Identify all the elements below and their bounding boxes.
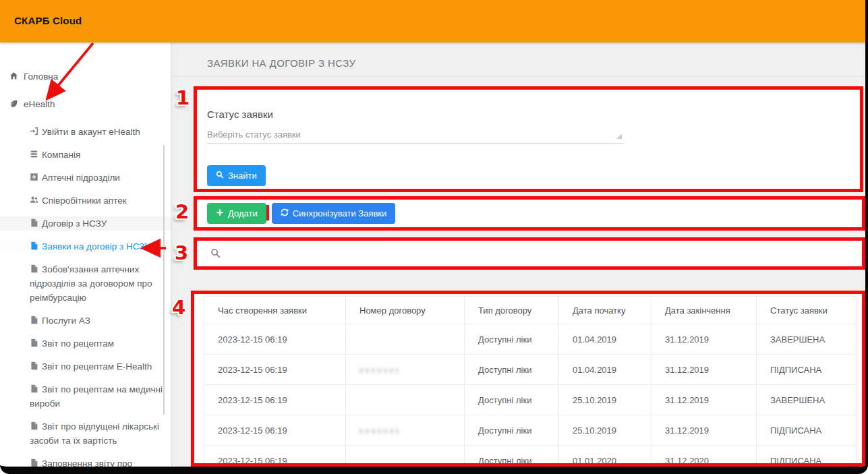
- file-icon: [30, 338, 38, 347]
- file-icon: [30, 421, 38, 430]
- column-header: Час створення заявки: [204, 297, 346, 324]
- column-header: Тип договору: [465, 297, 559, 324]
- file-icon: [30, 361, 38, 370]
- users-icon: [30, 196, 38, 204]
- column-header: Дата початку: [559, 297, 652, 324]
- annotation-number-4: 4: [172, 296, 185, 319]
- sidebar-item-pharmacy-staff[interactable]: Співробітники аптек: [0, 194, 171, 208]
- sidebar-item-nszu-contract[interactable]: Договір з НСЗУ: [0, 216, 171, 231]
- cell: 2023-12-15 06:19: [204, 385, 346, 415]
- column-header: Дата закінчення: [652, 297, 757, 324]
- cell: [346, 415, 465, 446]
- page-title: ЗАЯВКИ НА ДОГОВІР З НСЗУ: [207, 57, 355, 69]
- cell: 2023-12-15 06:19: [204, 355, 346, 385]
- add-button[interactable]: Додати: [207, 203, 266, 224]
- sign-in-icon: [30, 127, 38, 136]
- annotation-number-3: 3: [175, 241, 188, 264]
- app-title: СКАРБ Cloud: [14, 15, 82, 26]
- sidebar-item-fill-dispensed-drugs-report[interactable]: Заповнення звіту про відпущені лікарські…: [0, 456, 171, 467]
- actions-panel: Додати Синхронізувати Заявки: [194, 196, 865, 231]
- redacted-value: [359, 368, 399, 373]
- cell: 2023-12-15 06:19: [204, 415, 346, 446]
- redacted-value: [359, 429, 399, 434]
- leaf-icon: [9, 99, 19, 108]
- cell: ЗАВЕРШЕНА: [757, 385, 857, 415]
- app-header: СКАРБ Cloud: [0, 0, 865, 42]
- file-icon: [30, 264, 38, 273]
- cell: Доступні ліки: [465, 385, 559, 415]
- cell: 2023-12-15 06:19: [204, 324, 346, 355]
- sidebar-item-ehealth[interactable]: eHealth: [0, 97, 171, 111]
- content-divider: [171, 76, 865, 77]
- cell: 25.10.2019: [559, 415, 652, 446]
- cell: 01.04.2019: [559, 324, 652, 355]
- sidebar-item-recipe-report-ehealth[interactable]: Звіт по рецептам E-Health: [0, 359, 171, 374]
- table-row[interactable]: 2023-12-15 06:19Доступні ліки25.10.20193…: [204, 415, 857, 446]
- sidebar-item-company[interactable]: Компанія: [0, 148, 171, 162]
- sync-button[interactable]: Синхронізувати Заявки: [272, 203, 396, 224]
- sidebar-item-recipe-report-medical-products[interactable]: Звіт по рецептам на медичні вироби: [0, 382, 171, 411]
- cell: [346, 446, 465, 467]
- cell: ПІДПИСАНА: [757, 415, 857, 446]
- cell: [346, 324, 465, 355]
- sidebar-item-az-services[interactable]: Послуги АЗ: [0, 314, 171, 328]
- file-icon: [30, 316, 38, 324]
- home-icon: [9, 71, 19, 80]
- plus-square-icon: [30, 173, 38, 181]
- cell: 31.12.2019: [652, 385, 757, 415]
- file-icon: [30, 458, 38, 467]
- app-window: СКАРБ Cloud Головна eHealth Увійти в ака…: [0, 0, 868, 474]
- requests-table: Час створення заявкиНомер договоруТип до…: [204, 296, 857, 467]
- cell: ПІДПИСАНА: [757, 355, 857, 385]
- status-select[interactable]: Виберіть статус заявки: [207, 127, 624, 144]
- filter-panel: Статус заявки Виберіть статус заявки Зна…: [194, 86, 863, 192]
- table-row[interactable]: 2023-12-15 06:19Доступні ліки01.04.20193…: [204, 355, 857, 385]
- file-icon: [30, 241, 38, 250]
- sidebar-item-nszu-contract-requests[interactable]: Заявки на договір з НСЗУ: [0, 239, 171, 254]
- table-row[interactable]: 2023-12-15 06:19Доступні ліки01.04.20193…: [204, 324, 857, 355]
- status-select-placeholder: Виберіть статус заявки: [207, 129, 301, 140]
- cell: Доступні ліки: [465, 324, 559, 355]
- requests-table-panel: Час створення заявкиНомер договоруТип до…: [191, 291, 865, 467]
- sidebar-item-dispensed-drugs-report[interactable]: Звіт про відпущені лікарські засоби та ї…: [0, 419, 171, 448]
- search-panel: [194, 237, 865, 270]
- cell: Доступні ліки: [465, 355, 559, 385]
- search-icon: [216, 171, 224, 181]
- cell: 31.12.2019: [652, 355, 757, 385]
- cell: 2023-12-15 06:19: [204, 446, 346, 467]
- resize-handle-icon: [616, 134, 622, 139]
- cell: 31.12.2019: [652, 415, 757, 446]
- column-header: Номер договору: [346, 297, 465, 324]
- sidebar-item-ehealth-login[interactable]: Увійти в акаунт eHealth: [0, 125, 171, 139]
- table-header-row: Час створення заявкиНомер договоруТип до…: [204, 297, 857, 324]
- sidebar-item-reimbursement-obligations[interactable]: Зобов'язання аптечних підрозділів за дог…: [0, 262, 171, 305]
- sidebar-item-recipe-report[interactable]: Звіт по рецептам: [0, 336, 171, 351]
- cell: Доступні ліки: [465, 446, 559, 467]
- cell: 01.01.2020: [559, 446, 652, 467]
- cell: 01.04.2019: [559, 355, 652, 385]
- cell: ЗАВЕРШЕНА: [757, 324, 857, 355]
- cell: [346, 355, 465, 385]
- sidebar-nav: Головна eHealth Увійти в акаунт eHealth …: [0, 69, 171, 467]
- sidebar-item-pharmacy-units[interactable]: Аптечні підрозділи: [0, 171, 171, 185]
- table-row[interactable]: 2023-12-15 06:19Доступні ліки25.10.20193…: [204, 385, 857, 415]
- cell: [346, 385, 465, 415]
- sidebar-scrollbar[interactable]: [163, 145, 165, 415]
- find-button[interactable]: Знайти: [207, 165, 266, 186]
- search-icon: [210, 248, 221, 258]
- cell: ПІДПИСАНА: [757, 446, 857, 467]
- table-row[interactable]: 2023-12-15 06:19Доступні ліки01.01.20203…: [204, 446, 857, 467]
- file-icon: [30, 218, 38, 227]
- cell: Доступні ліки: [465, 415, 559, 446]
- file-icon: [30, 384, 38, 393]
- table-search-input[interactable]: [227, 248, 851, 258]
- annotation-number-1: 1: [176, 86, 190, 109]
- refresh-icon: [281, 208, 289, 218]
- cell: 31.12.2019: [652, 324, 757, 355]
- cell: 25.10.2019: [559, 385, 652, 415]
- annotation-number-2: 2: [175, 200, 189, 223]
- sidebar-item-home[interactable]: Головна: [0, 69, 171, 84]
- cell: 31.12.2020: [652, 446, 757, 467]
- plus-icon: [216, 208, 224, 218]
- column-header: Статус заявки: [757, 297, 857, 324]
